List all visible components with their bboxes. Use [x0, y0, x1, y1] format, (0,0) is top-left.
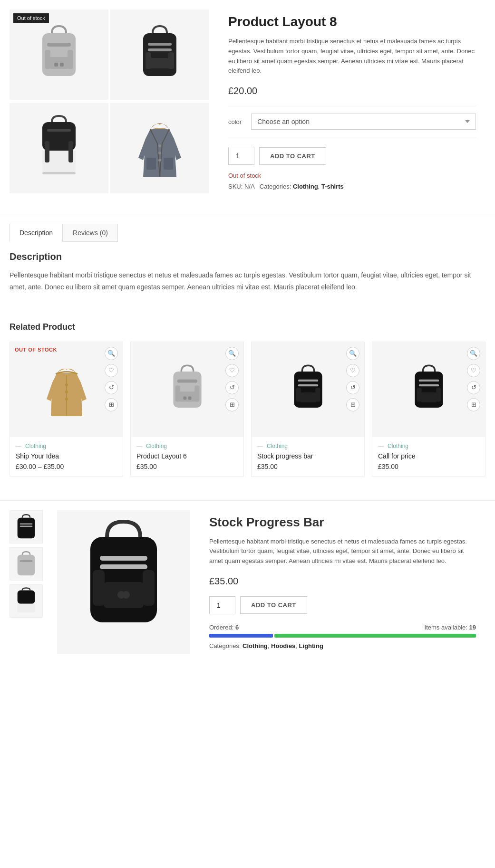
coat-thumb-image [45, 361, 88, 418]
related-product-name-4[interactable]: Call for price [378, 452, 479, 460]
svg-rect-16 [45, 141, 49, 162]
svg-rect-8 [148, 43, 172, 46]
heart-icon-1[interactable]: ♡ [105, 364, 118, 377]
svg-rect-42 [418, 379, 438, 381]
svg-point-25 [65, 383, 68, 386]
svg-rect-18 [47, 129, 71, 132]
search-icon-1[interactable]: 🔍 [105, 347, 118, 360]
refresh-icon-4[interactable]: ↺ [467, 381, 480, 394]
svg-rect-55 [100, 556, 147, 561]
sku-categories: SKU: N/A Categories: Clothing, T-shirts [228, 183, 476, 190]
backpack-bicolor-image [35, 115, 83, 181]
svg-rect-22 [146, 158, 156, 170]
related-card-4: 🔍 ♡ ↺ ⊞ Clothing Call for price £35.00 [372, 342, 485, 477]
add-to-cart-button[interactable]: ADD TO CART [259, 147, 326, 165]
svg-rect-58 [143, 570, 155, 606]
related-product-price-3: £35.00 [257, 463, 359, 470]
related-card-2-image[interactable]: 🔍 ♡ ↺ ⊞ [131, 342, 243, 437]
svg-rect-1 [47, 43, 71, 47]
svg-point-27 [65, 398, 68, 401]
svg-point-21 [158, 159, 161, 162]
product2-main-image[interactable] [57, 510, 190, 654]
svg-rect-32 [179, 391, 195, 401]
product2-category-hoodies[interactable]: Hoodies [271, 642, 295, 649]
thumb-gray-backpack [14, 550, 38, 578]
search-icon-2[interactable]: 🔍 [225, 347, 239, 360]
product2-description: Pellentesque habitant morbi tristique se… [209, 537, 476, 566]
product2-category-lighting[interactable]: Lighting [299, 642, 323, 649]
color-option-row: color Choose an option [228, 106, 476, 137]
product1-info: Product Layout 8 Pellentesque habitant m… [219, 10, 485, 195]
svg-rect-5 [54, 63, 58, 67]
svg-rect-6 [60, 63, 64, 67]
svg-rect-48 [20, 523, 33, 525]
items-available-label: Items available: 19 [425, 624, 476, 631]
svg-rect-49 [20, 525, 33, 527]
svg-point-61 [122, 591, 130, 599]
product-image-1[interactable]: Out of stock [10, 10, 108, 100]
search-icon-3[interactable]: 🔍 [346, 347, 359, 360]
thumb-1[interactable] [10, 510, 43, 544]
heart-icon-3[interactable]: ♡ [346, 364, 359, 377]
product2-add-to-cart-button[interactable]: ADD TO CART [240, 596, 307, 614]
product-image-2[interactable] [110, 10, 209, 100]
cart-icon-4[interactable]: ⊞ [467, 398, 480, 411]
related-category-4: Clothing [378, 443, 479, 449]
related-product-name-1[interactable]: Ship Your Idea [16, 452, 117, 460]
product2-title: Stock Progress Bar [209, 515, 476, 530]
out-of-stock-text: Out of stock [228, 172, 476, 179]
heart-icon-4[interactable]: ♡ [467, 364, 480, 377]
svg-rect-47 [18, 517, 35, 538]
cart-icon-2[interactable]: ⊞ [225, 398, 239, 411]
related-product-name-2[interactable]: Product Layout 6 [136, 452, 238, 460]
stock-progress-bar [209, 634, 476, 638]
related-products-title: Related Product [10, 322, 485, 332]
related-product-name-3[interactable]: Stock progress bar [257, 452, 359, 460]
svg-rect-43 [418, 384, 438, 386]
quantity-input[interactable] [228, 147, 254, 165]
related-card-1-icons: 🔍 ♡ ↺ ⊞ [105, 347, 118, 411]
related-card-1-image[interactable]: OUT OF STOCK 🔍 [10, 342, 123, 437]
category-tshirts-link[interactable]: T-shirts [321, 183, 344, 190]
product2-categories: Categories: Clothing, Hoodies, Lighting [209, 642, 476, 649]
related-category-2: Clothing [136, 443, 238, 449]
product2-category-clothing[interactable]: Clothing [243, 642, 268, 649]
svg-rect-57 [93, 570, 105, 606]
svg-rect-33 [183, 396, 186, 400]
category-clothing-link[interactable]: Clothing [293, 183, 318, 190]
svg-rect-34 [188, 396, 191, 400]
refresh-icon-2[interactable]: ↺ [225, 381, 239, 394]
tab-reviews[interactable]: Reviews (0) [63, 224, 118, 242]
svg-rect-46 [421, 392, 437, 402]
tabs-section: Description Reviews (0) [0, 214, 495, 242]
refresh-icon-3[interactable]: ↺ [346, 381, 359, 394]
related-category-3: Clothing [257, 443, 359, 449]
related-card-3-icons: 🔍 ♡ ↺ ⊞ [346, 347, 359, 411]
svg-rect-23 [164, 158, 173, 170]
search-icon-4[interactable]: 🔍 [467, 347, 480, 360]
color-label: color [228, 118, 242, 125]
tab-description[interactable]: Description [10, 224, 63, 242]
cart-icon-3[interactable]: ⊞ [346, 398, 359, 411]
thumb-2[interactable] [10, 547, 43, 581]
svg-rect-50 [18, 554, 35, 575]
svg-rect-56 [100, 564, 147, 569]
related-products-section: Related Product OUT OF STOCK [0, 313, 495, 486]
thumb-3[interactable] [10, 584, 43, 618]
related-card-3-image[interactable]: 🔍 ♡ ↺ ⊞ [252, 342, 364, 437]
product2-quantity-input[interactable] [209, 596, 235, 614]
refresh-icon-1[interactable]: ↺ [105, 381, 118, 394]
product-image-4[interactable] [110, 103, 209, 193]
color-select[interactable]: Choose an option [251, 114, 476, 130]
related-card-3: 🔍 ♡ ↺ ⊞ Clothing Stock progress bar £35.… [251, 342, 365, 477]
product2-info: Stock Progress Bar Pellentesque habitant… [200, 510, 485, 654]
product-image-3[interactable] [10, 103, 108, 193]
svg-rect-36 [298, 379, 318, 381]
backpack-black-image [136, 24, 184, 86]
thumb-bicolor-backpack [14, 587, 38, 615]
cart-icon-1[interactable]: ⊞ [105, 398, 118, 411]
product2-thumbnails [10, 510, 48, 654]
related-card-4-image[interactable]: 🔍 ♡ ↺ ⊞ [372, 342, 485, 437]
heart-icon-2[interactable]: ♡ [225, 364, 239, 377]
svg-rect-40 [300, 392, 316, 402]
